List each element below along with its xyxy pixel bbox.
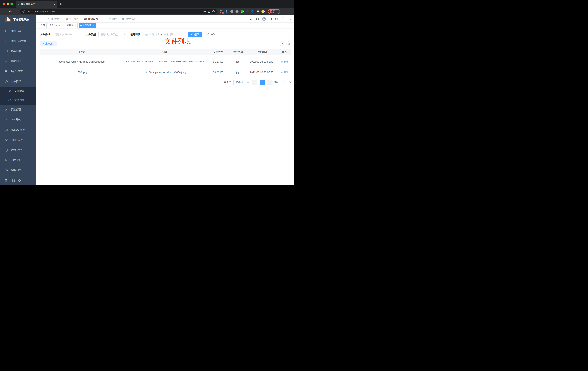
help-icon[interactable]: ? xyxy=(262,17,266,21)
sidebar-item-system-api[interactable]: 系统接口 xyxy=(0,56,36,66)
bookmark-star-icon[interactable] xyxy=(212,10,215,13)
browser-menu-kebab-icon[interactable]: ⋮ xyxy=(276,10,278,13)
tag-file-config[interactable]: 文件配置× xyxy=(63,23,78,28)
pinned-extension-icon[interactable]: 11 xyxy=(220,10,223,13)
file-type-select[interactable]: 请选择文件类型 xyxy=(98,32,128,37)
close-window-button[interactable] xyxy=(2,3,5,5)
search-icon[interactable] xyxy=(250,17,253,21)
chrome-update-button[interactable]: 更新 ⋮ xyxy=(268,9,280,14)
puzzle-extensions-icon[interactable] xyxy=(256,10,260,13)
font-size-icon[interactable]: TT xyxy=(275,17,278,21)
tag-home[interactable]: 首页 xyxy=(39,23,47,28)
tags-view-bar: 首页 个人中心× 文件配置× 文件列表× xyxy=(36,22,294,28)
upload-file-button[interactable]: +上传文件 xyxy=(40,41,57,46)
file-type-label: 文件类型 xyxy=(86,33,96,36)
back-icon[interactable]: ← xyxy=(2,10,7,13)
zoom-window-button[interactable] xyxy=(10,3,13,5)
layers-icon xyxy=(5,138,8,142)
browser-tabstrip: 芋道管理系统 × + xyxy=(0,0,294,8)
sidebar-item-redis-monitor[interactable]: Redis 监控 xyxy=(0,135,36,145)
file-path-input[interactable]: 请输入文件路径 xyxy=(52,32,83,37)
schedule-clock-icon xyxy=(5,159,8,162)
sidebar-item-code-generation[interactable]: 代码生成 xyxy=(0,26,36,36)
home-icon[interactable]: ⌂ xyxy=(14,10,19,13)
pagination: 共 2 条 10条/页 1 前往 页 xyxy=(40,80,291,85)
user-avatar-qr[interactable] xyxy=(281,16,287,22)
topmenu-workflow[interactable]: 工作流程 xyxy=(100,15,119,22)
date-range-picker[interactable]: 开始日期 - 结束日期 xyxy=(143,32,186,37)
yudao-extension-icon[interactable] xyxy=(241,10,244,13)
eye-extension-icon[interactable] xyxy=(251,10,254,13)
sidebar-item-config-management[interactable]: 配置管理 xyxy=(0,105,36,115)
tab-close-icon[interactable]: × xyxy=(53,3,56,6)
tag-close-icon[interactable]: × xyxy=(92,24,94,27)
topmenu-system[interactable]: 系统管理 xyxy=(45,15,64,22)
sidebar-item-java-monitor[interactable]: Java 监控 xyxy=(0,145,36,155)
sidebar-item-file-config[interactable]: 文件配置 xyxy=(0,86,36,95)
minimize-window-button[interactable] xyxy=(7,3,9,5)
record-extension-icon[interactable] xyxy=(235,10,239,13)
form-table-icon xyxy=(5,50,8,53)
sidebar-item-db-doc[interactable]: 数据库文档 xyxy=(0,66,36,76)
password-key-icon[interactable] xyxy=(203,10,206,13)
refresh-table-button[interactable] xyxy=(286,41,291,46)
emoji-profile-icon[interactable] xyxy=(262,10,265,13)
new-tab-button[interactable]: + xyxy=(60,2,62,7)
table-tools xyxy=(280,41,291,46)
delete-button[interactable]: 删除 xyxy=(281,71,288,74)
next-page-button[interactable] xyxy=(267,80,272,85)
table-row: a294ecb2-73dd-4353-bf40-296b8931d0bf htt… xyxy=(40,55,291,68)
window-controls[interactable] xyxy=(2,3,13,5)
prev-page-button[interactable] xyxy=(252,80,257,85)
sidebar-collapse-icon[interactable] xyxy=(39,17,42,21)
refresh-icon xyxy=(207,33,210,36)
tag-close-icon[interactable]: × xyxy=(59,24,61,27)
goto-label: 前往 xyxy=(274,81,279,84)
sidebar-item-code-demo[interactable]: 代码生成示例 xyxy=(0,36,36,46)
github-icon[interactable] xyxy=(256,17,259,21)
sidebar-item-scheduled-tasks[interactable]: 定时任务 xyxy=(0,155,36,165)
star-extension-icon[interactable] xyxy=(246,10,249,13)
cell-url: http://test.yudao.iocoder.cn/1000.jpeg xyxy=(124,68,206,76)
tag-file-list[interactable]: 文件列表× xyxy=(79,23,95,28)
search-button[interactable]: 搜索 xyxy=(188,32,202,37)
sidebar-item-file-management[interactable]: 文件管理 xyxy=(0,76,36,86)
tag-close-icon[interactable]: × xyxy=(74,24,76,27)
clover-extension-icon[interactable] xyxy=(230,10,233,13)
page-unit-label: 页 xyxy=(289,81,291,84)
sidebar-item-form-builder[interactable]: 表单构建 xyxy=(0,46,36,56)
sidebar-item-tracing[interactable]: 链路追踪 xyxy=(0,165,36,175)
kite-extension-icon[interactable] xyxy=(225,10,228,13)
total-count: 共 2 条 xyxy=(224,81,231,84)
sidebar-item-log-center[interactable]: 日志中心 xyxy=(0,175,36,186)
goto-page-input[interactable] xyxy=(280,80,287,85)
log-center-icon xyxy=(5,179,8,182)
share-icon[interactable] xyxy=(208,10,210,13)
header-file-size: 文件大小 xyxy=(206,49,231,55)
reload-icon[interactable]: ⟳ xyxy=(8,10,13,13)
show-search-button[interactable] xyxy=(280,41,284,46)
page-size-select[interactable]: 10条/页 xyxy=(233,80,250,85)
browser-tab[interactable]: 芋道管理系统 × xyxy=(16,1,57,8)
tag-profile[interactable]: 个人中心× xyxy=(48,23,62,28)
address-bar[interactable]: ⓘ 127.0.0.1:1024/infra/file/file xyxy=(20,9,217,14)
sidebar-item-api-log[interactable]: API 日志 xyxy=(0,115,36,125)
cell-url: http://test.yudao.iocoder.cn/a294ecb2-73… xyxy=(124,55,206,68)
topmenu-infrastructure[interactable]: 基础设施 xyxy=(82,15,100,22)
current-page-button[interactable]: 1 xyxy=(260,80,264,85)
reset-button[interactable]: 重置 xyxy=(205,32,218,37)
log-edit-icon xyxy=(5,118,8,121)
sidebar-item-mysql-monitor[interactable]: MySQL 监控 xyxy=(0,125,36,135)
browser-chrome: 芋道管理系统 × + ← ⟳ ⌂ ⓘ 127.0.0.1:1024/infra/… xyxy=(0,0,294,15)
cell-file-size: 33.33 KB xyxy=(206,68,231,76)
app-logo[interactable]: 芋道管理系统 xyxy=(0,15,36,24)
site-info-icon[interactable]: ⓘ xyxy=(22,10,25,13)
avatar-caret-icon[interactable] xyxy=(290,18,291,20)
delete-button[interactable]: 删除 xyxy=(281,60,288,64)
topmenu-report[interactable]: 统计报表 xyxy=(119,15,138,22)
sidebar-submenu-file: 文件配置 文件列表 xyxy=(0,86,36,105)
goto-page: 前往 页 xyxy=(274,80,291,85)
fullscreen-icon[interactable] xyxy=(269,17,272,21)
topmenu-payment[interactable]: ¥支付管理 xyxy=(64,15,82,22)
sidebar-item-file-list[interactable]: 文件列表 xyxy=(0,95,36,105)
